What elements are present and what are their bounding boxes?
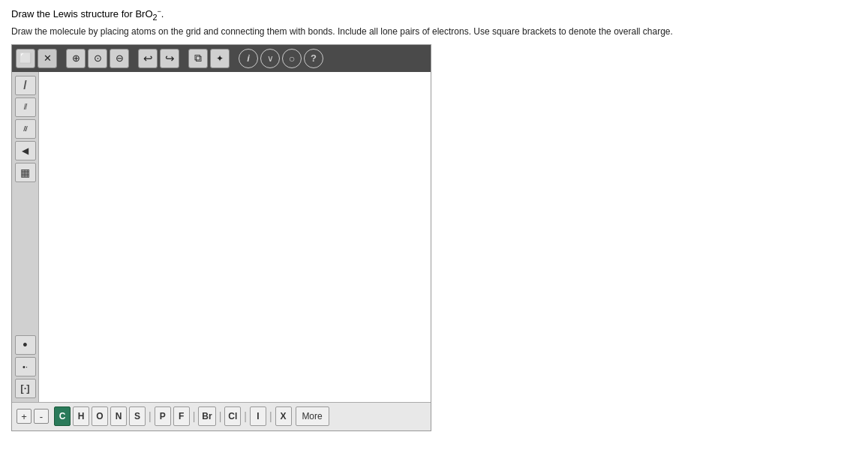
redo-tool[interactable]: ↪ <box>160 49 179 68</box>
zoom-reset-tool[interactable]: ⊙ <box>88 49 107 68</box>
zoom-in-tool[interactable]: ⊕ <box>66 49 86 68</box>
atom-btn-X[interactable]: X <box>275 406 292 426</box>
superscript-minus: − <box>158 8 161 15</box>
drawing-canvas[interactable] <box>39 72 431 402</box>
separator-2: | <box>193 410 196 422</box>
atom-btn-F[interactable]: F <box>173 406 190 426</box>
main-area: / // /// ◀ ▦ • •· [·] <box>12 72 431 402</box>
lone-pair-2-tool[interactable]: •· <box>15 357 36 376</box>
double-bond-tool[interactable]: // <box>15 98 36 117</box>
select-tool[interactable]: ⬜ <box>16 49 35 68</box>
atom-btn-C[interactable]: C <box>54 406 71 426</box>
dropdown-tool[interactable]: ∨ <box>260 49 280 68</box>
instruction-text: Draw the molecule by placing atoms on th… <box>11 26 857 37</box>
undo-tool[interactable]: ↩ <box>138 49 158 68</box>
erase-tool[interactable]: ✕ <box>38 49 57 68</box>
chart-tool[interactable]: ▦ <box>15 163 36 182</box>
atom-btn-S[interactable]: S <box>129 406 146 426</box>
charge-controls: + - <box>17 409 49 424</box>
atom-btn-P[interactable]: P <box>155 406 171 426</box>
arrow-tool[interactable]: ◀ <box>15 141 36 160</box>
atom-btn-H[interactable]: H <box>73 406 89 426</box>
atom-btn-I[interactable]: I <box>250 406 266 426</box>
separator-5: | <box>269 410 272 422</box>
triple-bond-tool[interactable]: /// <box>15 119 36 139</box>
star-tool[interactable]: ✦ <box>210 49 230 68</box>
lone-pair-1-tool[interactable]: • <box>15 335 36 355</box>
single-bond-tool[interactable]: / <box>15 76 36 95</box>
top-toolbar: ⬜ ✕ ⊕ ⊙ ⊖ ↩ ↪ ⧉ ✦ i ∨ ○ ? <box>12 45 431 72</box>
zoom-out-tool[interactable]: ⊖ <box>110 49 129 68</box>
plus-charge-btn[interactable]: + <box>17 409 32 424</box>
help-tool[interactable]: ? <box>304 49 323 68</box>
minus-charge-btn[interactable]: - <box>34 409 49 424</box>
more-button[interactable]: More <box>296 406 329 426</box>
atom-btn-O[interactable]: O <box>92 406 108 426</box>
search-tool[interactable]: ○ <box>282 49 302 68</box>
atom-btn-Cl[interactable]: Cl <box>224 406 241 426</box>
info-tool[interactable]: i <box>239 49 258 68</box>
lewis-editor: ⬜ ✕ ⊕ ⊙ ⊖ ↩ ↪ ⧉ ✦ i ∨ ○ ? / // /// ◀ ▦ •… <box>11 44 431 431</box>
atom-btn-Br[interactable]: Br <box>198 406 215 426</box>
separator-4: | <box>244 410 247 422</box>
bracket-tool[interactable]: [·] <box>15 379 36 398</box>
left-toolbar: / // /// ◀ ▦ • •· [·] <box>12 72 39 402</box>
atom-btn-N[interactable]: N <box>110 406 127 426</box>
bottom-bar: + - C H O N S | P F | Br | Cl | I | X Mo… <box>12 402 431 430</box>
separator-3: | <box>219 410 222 422</box>
template-tool[interactable]: ⧉ <box>188 49 208 68</box>
separator-1: | <box>149 410 152 422</box>
question-title: Draw the Lewis structure for BrO2−. <box>11 8 857 22</box>
